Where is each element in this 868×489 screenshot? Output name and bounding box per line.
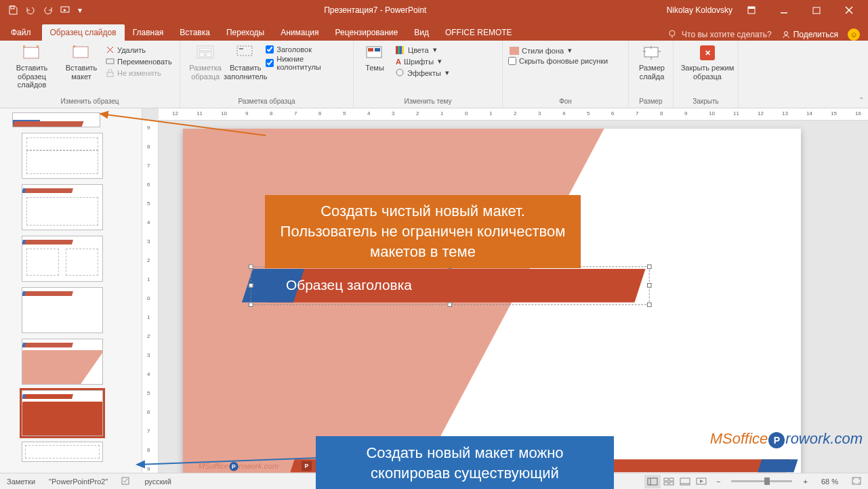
layout-thumbnail[interactable] [22, 184, 103, 230]
canvas-area: 121110987654321012345678910111213141516 … [142, 108, 868, 473]
group-label-size: Размер [634, 98, 667, 106]
svg-rect-11 [24, 47, 39, 58]
svg-point-30 [396, 69, 403, 76]
svg-point-10 [784, 32, 787, 35]
fonts-icon: A [396, 58, 401, 66]
rename-icon [106, 57, 115, 66]
thumbnails-pane[interactable] [0, 108, 142, 473]
redo-icon[interactable] [41, 3, 56, 18]
save-icon[interactable] [5, 3, 20, 18]
colors-icon [396, 46, 405, 54]
delete-button[interactable]: Удалить [104, 45, 173, 55]
tab-file[interactable]: Файл [0, 24, 42, 41]
collapse-ribbon-icon[interactable]: ⌃ [859, 96, 864, 104]
svg-rect-36 [648, 478, 657, 485]
layout-thumbnail[interactable] [22, 133, 103, 179]
title-checkbox[interactable]: Заголовок [266, 45, 348, 54]
start-show-icon[interactable] [58, 3, 73, 18]
tab-office-remote[interactable]: OFFICE REMOTE [437, 24, 520, 41]
powerpoint-icon: P [302, 461, 312, 471]
master-layout-button[interactable]: Разметка образца [186, 43, 225, 81]
fonts-button[interactable]: AШрифты▾ [394, 56, 451, 66]
preserve-icon [106, 68, 115, 77]
svg-rect-3 [748, 7, 755, 9]
slide-watermark: MSofficeProwork.com [199, 461, 278, 471]
insert-layout-button[interactable]: Вставить макет [62, 43, 100, 81]
master-thumbnail[interactable] [12, 112, 100, 127]
svg-rect-15 [106, 59, 114, 64]
footer-accent [758, 459, 798, 472]
lightbulb-icon [668, 30, 678, 39]
fit-to-window-icon[interactable] [845, 477, 868, 486]
background-styles-button[interactable]: Стили фона▾ [508, 45, 623, 56]
tell-me-search[interactable]: Что вы хотите сделать? [668, 30, 772, 39]
svg-rect-26 [396, 46, 398, 54]
zoom-slider[interactable] [731, 480, 792, 482]
svg-rect-31 [510, 47, 519, 55]
bg-styles-icon [510, 47, 519, 55]
theme-name[interactable]: "PowerPointPro2" [42, 477, 115, 486]
qat-more-icon[interactable]: ▾ [76, 3, 84, 18]
themes-button[interactable]: Темы [359, 43, 390, 72]
effects-icon [396, 68, 405, 77]
feedback-icon[interactable]: ☺ [848, 28, 860, 41]
maximize-button[interactable] [803, 0, 830, 20]
svg-rect-21 [237, 46, 252, 56]
colors-button[interactable]: Цвета▾ [394, 45, 451, 55]
tab-home[interactable]: Главная [125, 24, 172, 41]
svg-rect-29 [402, 46, 404, 54]
insert-placeholder-button[interactable]: Вставить заполнитель [229, 43, 262, 81]
svg-rect-16 [107, 72, 113, 77]
slide-size-button[interactable]: Размер слайда [634, 43, 669, 81]
spellcheck-icon[interactable] [115, 476, 138, 487]
layout-thumbnail[interactable] [22, 442, 103, 462]
svg-rect-28 [400, 46, 402, 54]
layout-thumbnail-selected[interactable] [22, 390, 103, 436]
hide-bg-graphics-checkbox[interactable]: Скрыть фоновые рисунки [508, 57, 623, 65]
zoom-in-button[interactable]: + [796, 477, 814, 486]
sorter-view-icon[interactable] [661, 475, 677, 488]
zoom-level[interactable]: 68 % [814, 477, 845, 486]
zoom-out-button[interactable]: − [709, 477, 727, 486]
svg-rect-39 [669, 478, 674, 481]
ribbon: Вставить образец слайдов Вставить макет … [0, 41, 868, 108]
notes-button[interactable]: Заметки [0, 477, 42, 486]
tab-insert[interactable]: Вставка [171, 24, 218, 41]
ribbon-tabs: Файл Образец слайдов Главная Вставка Пер… [0, 20, 868, 41]
undo-icon[interactable] [23, 3, 38, 18]
slide-canvas[interactable]: Образец заголовка P Нижний колонтитул MS… [183, 129, 801, 473]
normal-view-icon[interactable] [644, 475, 661, 488]
rename-button[interactable]: Переименовать [104, 56, 173, 66]
footers-checkbox[interactable]: Нижние колонтитулы [266, 55, 348, 71]
svg-point-8 [669, 30, 675, 36]
tab-view[interactable]: Вид [406, 24, 437, 41]
layout-thumbnail[interactable] [22, 287, 103, 333]
layout-thumbnail[interactable] [22, 339, 103, 385]
tab-transitions[interactable]: Переходы [218, 24, 272, 41]
svg-rect-38 [664, 478, 668, 481]
svg-rect-22 [239, 48, 243, 49]
share-button[interactable]: Поделиться [781, 30, 838, 39]
callout-orange: Создать чистый новый макет. Пользователь… [265, 195, 581, 268]
reading-view-icon[interactable] [677, 475, 693, 488]
insert-slide-master-button[interactable]: Вставить образец слайдов [5, 43, 58, 89]
svg-rect-12 [73, 47, 88, 58]
minimize-button[interactable] [770, 0, 798, 20]
svg-rect-0 [11, 6, 14, 9]
delete-icon [106, 45, 115, 54]
close-button[interactable] [835, 0, 863, 20]
slideshow-view-icon[interactable] [693, 475, 709, 488]
tab-animations[interactable]: Анимация [272, 24, 327, 41]
language-button[interactable]: русский [138, 477, 178, 486]
group-label-background: Фон [508, 98, 623, 106]
ribbon-options-icon[interactable] [738, 0, 765, 20]
close-master-view-button[interactable]: ✕ Закрыть режим образца [679, 43, 736, 81]
tab-slide-master[interactable]: Образец слайдов [42, 24, 125, 41]
group-label-close: Закрыть [679, 98, 732, 106]
document-title: Презентация7 - PowerPoint [84, 5, 667, 15]
layout-thumbnail[interactable] [22, 236, 103, 282]
preserve-button: Не изменять [104, 68, 173, 78]
tab-review[interactable]: Рецензирование [327, 24, 407, 41]
user-name[interactable]: Nikolay Koldovsky [667, 5, 732, 15]
effects-button[interactable]: Эффекты▾ [394, 68, 451, 78]
